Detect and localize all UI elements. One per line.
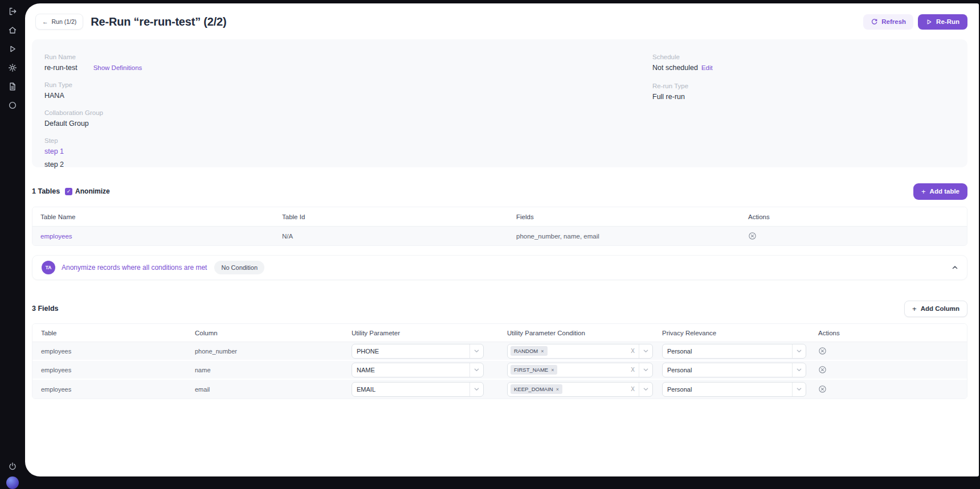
schedule-label: Schedule [652, 54, 713, 60]
utility-parameter-select[interactable]: PHONE [352, 344, 484, 359]
chevron-down-icon[interactable] [792, 383, 806, 396]
run-name-value: re-run-test [44, 64, 77, 72]
rerun-button-label: Re-Run [936, 18, 959, 25]
sidebar [0, 0, 25, 489]
play-icon [926, 19, 932, 25]
table-name-link[interactable]: employees [32, 233, 274, 240]
chevron-down-icon[interactable] [792, 344, 806, 358]
chevron-down-icon[interactable] [639, 344, 652, 358]
chip-remove-icon[interactable]: × [556, 387, 559, 392]
add-column-button[interactable]: + Add Column [904, 301, 967, 317]
chip-remove-icon[interactable]: × [541, 348, 544, 354]
power-icon[interactable] [8, 462, 17, 471]
run-info-right-column: Schedule Not scheduled Edit Re-run Type … [652, 54, 713, 110]
run-name-label: Run Name [44, 54, 955, 60]
fields-count-title: 3 Fields [32, 305, 59, 313]
table-id-cell: N/A [274, 233, 508, 240]
condition-multiselect[interactable]: KEEP_DOMAIN × X [507, 382, 653, 397]
schedule-group: Schedule Not scheduled Edit [652, 54, 713, 72]
field-column-cell: phone_number [195, 348, 352, 355]
run-type-group: Run Type HANA [44, 81, 955, 100]
play-icon[interactable] [8, 44, 17, 54]
logout-icon[interactable] [8, 7, 17, 16]
clear-icon[interactable]: X [627, 367, 639, 373]
plus-icon: + [912, 305, 917, 313]
refresh-button[interactable]: Refresh [863, 14, 913, 30]
show-definitions-link[interactable]: Show Definitions [93, 64, 142, 71]
col-privacy-relevance: Privacy Relevance [662, 330, 818, 336]
utility-parameter-select[interactable]: NAME [352, 363, 484, 377]
privacy-relevance-select[interactable]: Personal [662, 382, 806, 397]
chevron-down-icon[interactable] [639, 363, 652, 377]
field-table-cell: employees [32, 386, 195, 393]
utility-parameter-select[interactable]: EMAIL [352, 382, 484, 397]
table-fields-cell: phone_number, name, email [508, 233, 740, 240]
col-table: Table [32, 330, 195, 336]
user-avatar[interactable] [6, 476, 19, 489]
add-table-button[interactable]: + Add table [913, 183, 967, 200]
privacy-relevance-value: Personal [667, 348, 692, 355]
anonymize-checkbox[interactable]: ✓ [65, 188, 72, 195]
condition-chip-label: KEEP_DOMAIN [514, 386, 553, 392]
chevron-down-icon[interactable] [792, 363, 806, 377]
condition-multiselect[interactable]: RANDOM × X [507, 344, 653, 359]
run-type-value: HANA [44, 92, 955, 100]
remove-table-icon[interactable] [740, 232, 967, 240]
field-row: employees email EMAIL KEEP_DOMAIN × X Pe… [32, 380, 967, 398]
privacy-relevance-select[interactable]: Personal [662, 363, 806, 377]
condition-chip-label: FIRST_NAME [514, 367, 548, 373]
chevron-up-icon[interactable] [952, 265, 958, 270]
remove-field-icon[interactable] [818, 347, 967, 355]
condition-multiselect[interactable]: FIRST_NAME × X [507, 363, 653, 377]
rerun-type-group: Re-run Type Full re-run [652, 83, 713, 101]
chevron-down-icon[interactable] [639, 383, 652, 396]
step-label: Step [44, 137, 955, 144]
collaboration-group-label: Collaboration Group [44, 109, 955, 116]
schedule-edit-link[interactable]: Edit [701, 64, 713, 71]
header-actions: Refresh Re-Run [863, 14, 967, 30]
settings-gear-icon[interactable] [8, 63, 17, 72]
document-icon[interactable] [8, 82, 17, 91]
chevron-down-icon[interactable] [469, 363, 483, 377]
main-content: ← Run (1/2) Re-Run “re-run-test” (2/2) R… [25, 3, 979, 476]
col-column: Column [195, 330, 352, 336]
fields-section-header: 3 Fields + Add Column [32, 301, 967, 317]
step-group: Step step 1 step 2 [44, 137, 955, 169]
clear-icon[interactable]: X [627, 386, 639, 392]
tables-section-header: 1 Tables ✓ Anonimize + Add table [32, 183, 967, 199]
chevron-down-icon[interactable] [469, 344, 483, 358]
step-1-link[interactable]: step 1 [44, 147, 955, 155]
table-row: employees N/A phone_number, name, email [32, 227, 967, 245]
utility-parameter-value: PHONE [357, 348, 379, 355]
rerun-type-label: Re-run Type [652, 83, 713, 89]
condition-chip: RANDOM × [511, 346, 548, 356]
clear-icon[interactable]: X [627, 348, 639, 354]
chip-remove-icon[interactable]: × [551, 367, 554, 373]
field-table-cell: employees [32, 348, 195, 355]
field-row: employees name NAME FIRST_NAME × X Perso… [32, 361, 967, 380]
col-utility-parameter-condition: Utility Parameter Condition [507, 330, 662, 336]
circle-icon[interactable] [8, 101, 17, 110]
remove-field-icon[interactable] [818, 385, 967, 393]
refresh-icon [871, 18, 878, 26]
rerun-type-value: Full re-run [652, 93, 713, 101]
utility-parameter-value: EMAIL [357, 386, 375, 393]
remove-field-icon[interactable] [818, 365, 967, 374]
page-header: ← Run (1/2) Re-Run “re-run-test” (2/2) R… [35, 11, 967, 32]
tables-table-header: Table Name Table Id Fields Actions [32, 207, 967, 227]
condition-bar[interactable]: TA Anonymize records where all condition… [32, 255, 967, 280]
back-button-label: Run (1/2) [52, 18, 77, 25]
home-icon[interactable] [8, 26, 17, 35]
back-arrow-icon: ← [42, 18, 48, 25]
privacy-relevance-select[interactable]: Personal [662, 344, 806, 359]
tables-table: Table Name Table Id Fields Actions emplo… [32, 207, 967, 246]
condition-chip: KEEP_DOMAIN × [511, 384, 562, 394]
back-button[interactable]: ← Run (1/2) [35, 14, 83, 30]
fields-table: Table Column Utility Parameter Utility P… [32, 323, 967, 399]
rerun-button[interactable]: Re-Run [918, 14, 967, 30]
run-type-label: Run Type [44, 81, 955, 88]
chevron-down-icon[interactable] [469, 383, 483, 396]
col-table-id: Table Id [274, 213, 508, 220]
col-actions: Actions [740, 213, 967, 220]
condition-badge: No Condition [214, 261, 264, 274]
